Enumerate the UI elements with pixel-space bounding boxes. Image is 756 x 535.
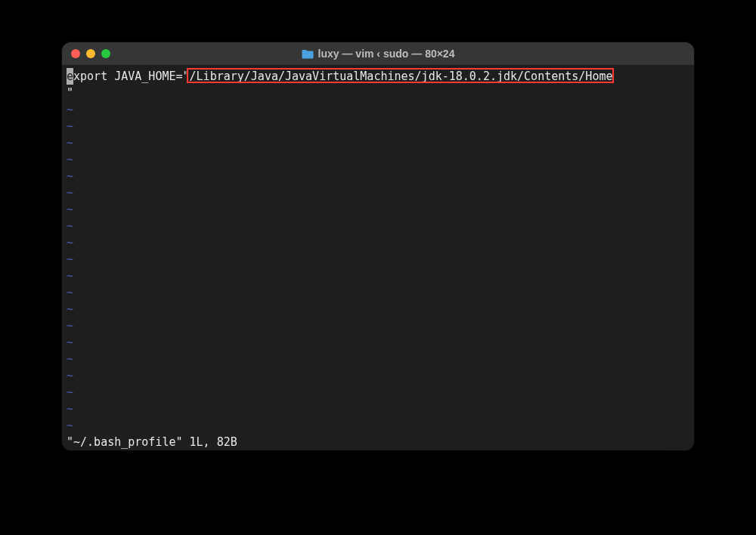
folder-icon — [302, 49, 314, 59]
empty-line-tilde: ~ — [67, 201, 689, 218]
line1-highlighted-text: /Library/Java/JavaVirtualMachines/jdk-18… — [190, 70, 613, 83]
close-button[interactable] — [71, 49, 80, 58]
terminal-window: luxy — vim ‹ sudo — 80×24 export JAVA_HO… — [62, 42, 694, 450]
empty-line-tilde: ~ — [67, 367, 689, 384]
empty-line-tilde: ~ — [67, 101, 689, 118]
empty-line-tilde: ~ — [67, 351, 689, 367]
empty-line-tilde: ~ — [67, 317, 689, 334]
empty-line-tilde: ~ — [67, 135, 689, 151]
cursor: e — [67, 68, 73, 85]
empty-line-tilde: ~ — [67, 384, 689, 400]
empty-line-tilde: ~ — [67, 184, 689, 201]
empty-line-tilde: ~ — [67, 334, 689, 351]
empty-line-tilde: ~ — [67, 400, 689, 417]
maximize-button[interactable] — [101, 49, 110, 58]
line1-plain: xport JAVA_HOME=" — [73, 70, 190, 83]
empty-line-tilde: ~ — [67, 218, 689, 234]
empty-lines: ~~~~~~~~~~~~~~~~~~~~ — [67, 101, 689, 434]
minimize-button[interactable] — [86, 49, 95, 58]
traffic-lights — [71, 49, 110, 58]
empty-line-tilde: ~ — [67, 168, 689, 184]
editor-line-1: export JAVA_HOME="/Library/Java/JavaVirt… — [67, 68, 689, 85]
empty-line-tilde: ~ — [67, 284, 689, 301]
empty-line-tilde: ~ — [67, 301, 689, 317]
empty-line-tilde: ~ — [67, 268, 689, 284]
empty-line-tilde: ~ — [67, 234, 689, 251]
empty-line-tilde: ~ — [67, 251, 689, 268]
empty-line-tilde: ~ — [67, 417, 689, 434]
vim-status-line: "~/.bash_profile" 1L, 82B — [67, 434, 689, 450]
terminal-body[interactable]: export JAVA_HOME="/Library/Java/JavaVirt… — [62, 65, 694, 450]
titlebar[interactable]: luxy — vim ‹ sudo — 80×24 — [62, 42, 694, 65]
editor-line-2: " — [67, 85, 689, 101]
empty-line-tilde: ~ — [67, 151, 689, 168]
empty-line-tilde: ~ — [67, 118, 689, 135]
title-text: luxy — vim ‹ sudo — 80×24 — [318, 48, 455, 60]
window-title: luxy — vim ‹ sudo — 80×24 — [62, 48, 694, 60]
